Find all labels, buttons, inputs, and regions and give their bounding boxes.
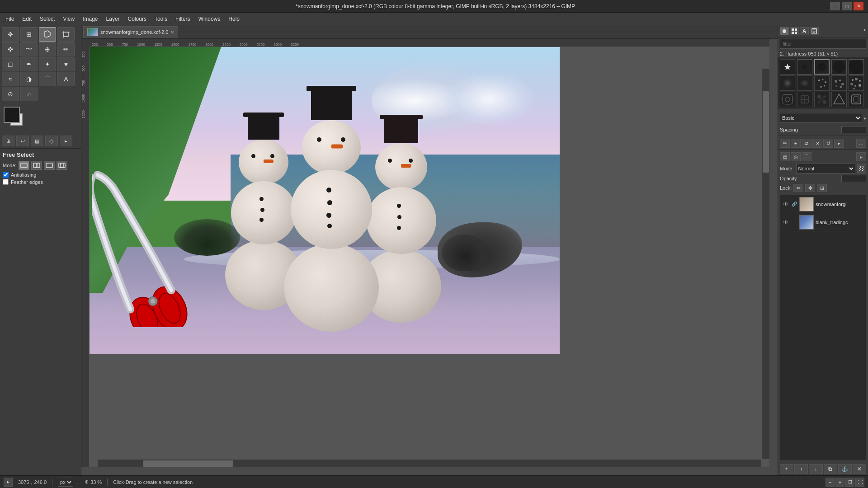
- brush-scatter3[interactable]: [849, 75, 864, 91]
- brush-hard-lg[interactable]: [849, 59, 864, 75]
- statusbar-zoom-out[interactable]: −: [826, 478, 835, 487]
- tab-close-btn[interactable]: ✕: [170, 30, 174, 35]
- eraser-tool[interactable]: ◻: [2, 57, 19, 71]
- zoom-tool[interactable]: ⌕: [20, 87, 38, 101]
- warp-tool[interactable]: 〜: [20, 42, 38, 56]
- paintbrush-tool[interactable]: ✏: [57, 42, 75, 56]
- layers-panel-expand[interactable]: ▸: [856, 152, 866, 161]
- dodge-burn-tool[interactable]: ◑: [20, 72, 38, 86]
- brush-hard-sm[interactable]: [814, 59, 830, 75]
- brush-texture2[interactable]: [797, 92, 812, 107]
- brush-texture5[interactable]: [849, 92, 864, 107]
- statusbar-fit[interactable]: ⊡: [845, 478, 854, 487]
- expand-icon[interactable]: ▸: [60, 136, 72, 146]
- h-scrollbar-thumb[interactable]: [143, 460, 233, 467]
- feather-checkbox[interactable]: [3, 179, 9, 185]
- menu-file[interactable]: File: [2, 14, 18, 23]
- lower-layer-btn[interactable]: ↓: [809, 464, 822, 474]
- menu-windows[interactable]: Windows: [195, 14, 224, 23]
- spacing-input[interactable]: 10.0: [841, 126, 866, 133]
- menu-image[interactable]: Image: [79, 14, 101, 23]
- mode-add-btn[interactable]: [31, 161, 42, 170]
- brush-filter-input[interactable]: [780, 39, 866, 49]
- menu-help[interactable]: Help: [225, 14, 243, 23]
- minimize-button[interactable]: –: [830, 2, 840, 10]
- layer-item-trading[interactable]: 👁 blank_tradingc: [780, 213, 866, 231]
- panel-expand-btn[interactable]: ▸: [864, 27, 866, 35]
- menu-colours[interactable]: Colours: [124, 14, 150, 23]
- lock-alpha-btn[interactable]: ⊞: [817, 184, 827, 192]
- mode-replace-btn[interactable]: [19, 161, 29, 170]
- mode-chain-btn[interactable]: ⛓: [857, 164, 866, 174]
- antialiasing-checkbox[interactable]: [3, 172, 9, 178]
- maximize-button[interactable]: □: [842, 2, 852, 10]
- airbrush-tool[interactable]: ✦: [39, 57, 56, 71]
- menu-edit[interactable]: Edit: [19, 14, 35, 23]
- brush-category-select[interactable]: Basic,: [780, 113, 862, 123]
- text-tool[interactable]: A: [57, 72, 75, 86]
- canvas-tab[interactable]: snowmanforgimp_done.xcf-2.0 ✕: [83, 26, 178, 38]
- new-layer-btn[interactable]: +: [780, 464, 793, 474]
- paths-tab-btn[interactable]: ⌒: [802, 152, 811, 161]
- layer-visibility-snowman[interactable]: 👁: [782, 201, 789, 208]
- ink-tool[interactable]: ♥: [57, 57, 75, 71]
- menu-tools[interactable]: Tools: [151, 14, 171, 23]
- canvas-viewport[interactable]: [90, 47, 769, 467]
- channels-tab-btn[interactable]: ◎: [791, 152, 801, 161]
- brush-feather2[interactable]: [797, 75, 812, 91]
- brush-more-btn[interactable]: …: [856, 139, 866, 148]
- vertical-scrollbar[interactable]: [761, 69, 769, 459]
- mode-intersect-btn[interactable]: [57, 161, 67, 170]
- layer-chain-snowman[interactable]: 🔗: [791, 201, 797, 207]
- foreground-color[interactable]: [4, 107, 20, 123]
- horizontal-scrollbar[interactable]: [98, 459, 761, 467]
- unit-select[interactable]: px: [58, 478, 73, 487]
- blend-mode-select[interactable]: Normal: [796, 164, 855, 174]
- raise-layer-btn[interactable]: ↑: [794, 464, 808, 474]
- brush-hard-md[interactable]: [831, 59, 847, 75]
- mode-subtract-btn[interactable]: [44, 161, 55, 170]
- brush-edit-btn[interactable]: ✏: [780, 139, 790, 148]
- path-tool[interactable]: ⌒: [39, 72, 56, 86]
- heal-tool[interactable]: ✜: [2, 42, 19, 56]
- new-image-icon[interactable]: ⊞: [2, 136, 14, 146]
- document-history-btn[interactable]: [810, 27, 819, 35]
- layers-icon[interactable]: ▤: [31, 136, 43, 146]
- menu-filters[interactable]: Filters: [172, 14, 194, 23]
- statusbar-full[interactable]: ⛶: [855, 478, 864, 487]
- smudge-tool[interactable]: ≈: [2, 72, 19, 86]
- lock-pixels-btn[interactable]: ✏: [793, 184, 803, 192]
- color-picker-tool[interactable]: ⊘: [2, 87, 19, 101]
- anchor-layer-btn[interactable]: ⚓: [838, 464, 852, 474]
- brush-refresh-btn[interactable]: ↺: [823, 139, 833, 148]
- menu-view[interactable]: View: [59, 14, 78, 23]
- brush-scatter2[interactable]: [831, 75, 847, 91]
- menu-layer[interactable]: Layer: [103, 14, 123, 23]
- menu-select[interactable]: Select: [36, 14, 58, 23]
- pencil-tool[interactable]: ✒: [20, 57, 38, 71]
- brush-star[interactable]: ★: [780, 59, 795, 75]
- brush-texture1[interactable]: [780, 92, 795, 107]
- layer-visibility-trading[interactable]: 👁: [782, 219, 789, 226]
- delete-layer-btn[interactable]: ✕: [853, 464, 866, 474]
- layer-chain-trading[interactable]: [791, 219, 797, 225]
- opacity-input[interactable]: 100.0: [841, 175, 866, 182]
- v-scrollbar-thumb[interactable]: [763, 91, 769, 173]
- duplicate-layer-btn[interactable]: ⧉: [824, 464, 837, 474]
- free-select-tool[interactable]: [39, 27, 56, 42]
- brush-delete-btn[interactable]: ✕: [812, 139, 822, 148]
- undo-history-icon[interactable]: ↩: [16, 136, 29, 146]
- layers-tab-btn[interactable]: ▤: [780, 152, 790, 161]
- brush-soft-sm[interactable]: [797, 59, 812, 75]
- align-tool[interactable]: ⊞: [20, 27, 38, 42]
- brush-expand2-btn[interactable]: ▸: [834, 139, 844, 148]
- brush-feather1[interactable]: [780, 75, 795, 91]
- fonts-panel-btn[interactable]: A: [800, 27, 809, 35]
- statusbar-zoom-in[interactable]: +: [835, 478, 844, 487]
- brush-scatter1[interactable]: [814, 75, 830, 91]
- channels-icon[interactable]: ◎: [45, 136, 58, 146]
- brush-copy-btn[interactable]: ⧉: [802, 139, 811, 148]
- lock-move-btn[interactable]: ✥: [805, 184, 815, 192]
- statusbar-menu-btn[interactable]: ▸: [4, 478, 13, 487]
- brush-new-btn[interactable]: +: [791, 139, 801, 148]
